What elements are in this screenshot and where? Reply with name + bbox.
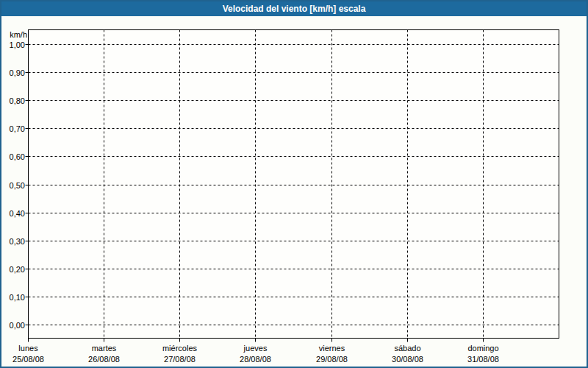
- x-date-label: 28/08/08: [240, 355, 271, 364]
- y-tick-label: 0,10: [10, 293, 25, 302]
- y-tick-label: 0,60: [10, 152, 25, 161]
- y-tick-label: 0,00: [10, 321, 25, 330]
- x-date-label: 30/08/08: [392, 355, 423, 364]
- x-day-label: lunes: [18, 344, 38, 353]
- x-day-label: martes: [92, 344, 117, 353]
- y-tick-label: 0,20: [10, 265, 25, 274]
- y-tick-label: 0,80: [10, 96, 25, 105]
- x-date-label: 26/08/08: [88, 355, 120, 364]
- y-tick-label: 0,30: [10, 237, 25, 246]
- y-tick-label: 0,40: [10, 209, 25, 218]
- x-day-label: sábado: [394, 344, 420, 353]
- x-day-label: miércoles: [162, 344, 198, 353]
- window-frame: Velocidad del viento [km/h] escala 1,000…: [0, 0, 588, 368]
- chart-title: Velocidad del viento [km/h] escala: [223, 4, 366, 14]
- y-tick-label: 1,00: [10, 40, 25, 49]
- x-day-label: domingo: [467, 344, 498, 353]
- x-date-label: 31/08/08: [467, 355, 499, 364]
- y-tick-label: 0,70: [10, 124, 25, 133]
- plot-background: [29, 30, 559, 339]
- y-tick-label: 0,50: [10, 181, 25, 190]
- x-date-label: 25/08/08: [12, 355, 44, 364]
- y-tick-label: 0,90: [10, 68, 25, 77]
- title-bar: Velocidad del viento [km/h] escala: [1, 1, 587, 16]
- x-date-label: 29/08/08: [316, 355, 348, 364]
- x-date-label: 27/08/08: [164, 355, 196, 364]
- wind-speed-chart: 1,000,900,800,700,600,500,400,300,200,10…: [0, 0, 588, 368]
- y-axis-unit-label: km/h: [10, 30, 27, 39]
- x-day-label: viernes: [319, 344, 345, 353]
- x-day-label: jueves: [243, 344, 268, 353]
